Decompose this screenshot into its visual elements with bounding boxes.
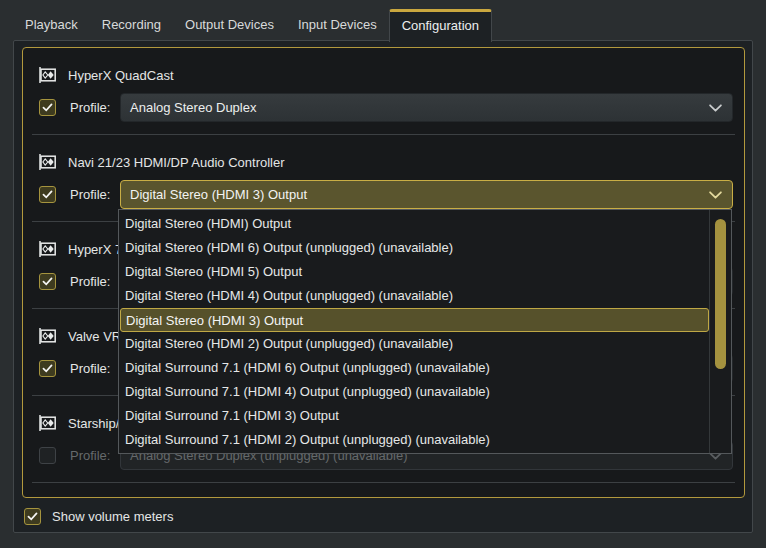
- profile-label: Profile:: [70, 267, 110, 296]
- show-volume-meters-label: Show volume meters: [52, 508, 173, 526]
- audio-card-icon: [38, 415, 58, 431]
- dropdown-item[interactable]: Digital Surround 7.1 (HDMI 2) Output (un…: [120, 428, 709, 452]
- device-section-hyperx-quadcast: HyperX QuadCast Profile: Analog Stereo D…: [23, 62, 744, 149]
- audio-card-icon: [38, 328, 58, 344]
- dropdown-item[interactable]: Digital Surround 7.1 (HDMI 3) Output: [120, 404, 709, 428]
- tab-bar: Playback Recording Output Devices Input …: [13, 9, 492, 42]
- device-title: HyperX QuadCast: [38, 62, 174, 88]
- dropdown-item[interactable]: Digital Stereo (HDMI 4) Output (unplugge…: [120, 284, 709, 308]
- device-name: Navi 21/23 HDMI/DP Audio Controller: [68, 155, 285, 170]
- chevron-down-icon: [709, 191, 722, 199]
- audio-card-icon: [38, 241, 58, 257]
- profile-label: Profile:: [70, 354, 110, 383]
- combobox-value: Analog Stereo Duplex: [130, 94, 256, 121]
- dropdown-item-selected[interactable]: Digital Stereo (HDMI 3) Output: [120, 308, 709, 332]
- device-title: HyperX 7: [38, 236, 122, 262]
- combobox-value: Digital Stereo (HDMI 3) Output: [130, 181, 307, 208]
- dropdown-item[interactable]: Digital Stereo (HDMI 6) Output (unplugge…: [120, 236, 709, 260]
- tab-input-devices[interactable]: Input Devices: [286, 9, 389, 41]
- profile-row: Profile: Digital Stereo (HDMI 3) Output: [39, 180, 733, 209]
- profile-label: Profile:: [70, 180, 110, 209]
- checkmark-icon: [42, 277, 53, 286]
- profile-row: Profile: Analog Stereo Duplex: [39, 93, 733, 122]
- tab-output-devices[interactable]: Output Devices: [173, 9, 286, 41]
- scrollbar-thumb[interactable]: [715, 219, 726, 369]
- device-name: Valve VR: [68, 329, 121, 344]
- audio-card-icon: [38, 154, 58, 170]
- dropdown-item[interactable]: Digital Stereo (HDMI 5) Output: [120, 260, 709, 284]
- profile-combobox-open[interactable]: Digital Stereo (HDMI 3) Output: [120, 180, 733, 209]
- checkmark-icon: [42, 190, 53, 199]
- show-volume-meters-checkbox[interactable]: [24, 508, 41, 525]
- tab-recording[interactable]: Recording: [90, 9, 173, 41]
- profile-label: Profile:: [70, 441, 110, 470]
- checkmark-icon: [27, 512, 38, 521]
- dropdown-item[interactable]: Digital Surround 7.1 (HDMI 4) Output (un…: [120, 380, 709, 404]
- device-title: Valve VR: [38, 323, 121, 349]
- dropdown-item[interactable]: Digital Surround 7.1 (HDMI 6) Output (un…: [120, 356, 709, 380]
- audio-card-icon: [38, 67, 58, 83]
- profile-label: Profile:: [70, 93, 110, 122]
- dropdown-item[interactable]: Digital Stereo (HDMI 2) Output (unplugge…: [120, 332, 709, 356]
- section-separator: [32, 482, 735, 483]
- profile-enabled-checkbox[interactable]: [39, 360, 56, 377]
- device-title: Navi 21/23 HDMI/DP Audio Controller: [38, 149, 285, 175]
- device-name: Starship/: [68, 416, 119, 431]
- profile-enabled-checkbox[interactable]: [39, 99, 56, 116]
- dropdown-item[interactable]: Digital Stereo (HDMI) Output: [120, 212, 709, 236]
- tab-playback[interactable]: Playback: [13, 9, 90, 41]
- device-title: Starship/: [38, 410, 119, 436]
- section-separator: [32, 134, 735, 135]
- chevron-down-icon: [709, 104, 722, 112]
- profile-dropdown-popup: Digital Stereo (HDMI) Output Digital Ste…: [118, 209, 732, 454]
- profile-enabled-checkbox[interactable]: [39, 447, 56, 464]
- profile-combobox[interactable]: Analog Stereo Duplex: [120, 93, 733, 122]
- profile-enabled-checkbox[interactable]: [39, 273, 56, 290]
- tab-configuration[interactable]: Configuration: [389, 9, 492, 42]
- checkmark-icon: [42, 364, 53, 373]
- profile-enabled-checkbox[interactable]: [39, 186, 56, 203]
- device-name: HyperX QuadCast: [68, 68, 174, 83]
- checkmark-icon: [42, 103, 53, 112]
- device-name: HyperX 7: [68, 242, 122, 257]
- dropdown-scrollbar[interactable]: [709, 210, 731, 453]
- pavucontrol-window: Playback Recording Output Devices Input …: [0, 0, 766, 548]
